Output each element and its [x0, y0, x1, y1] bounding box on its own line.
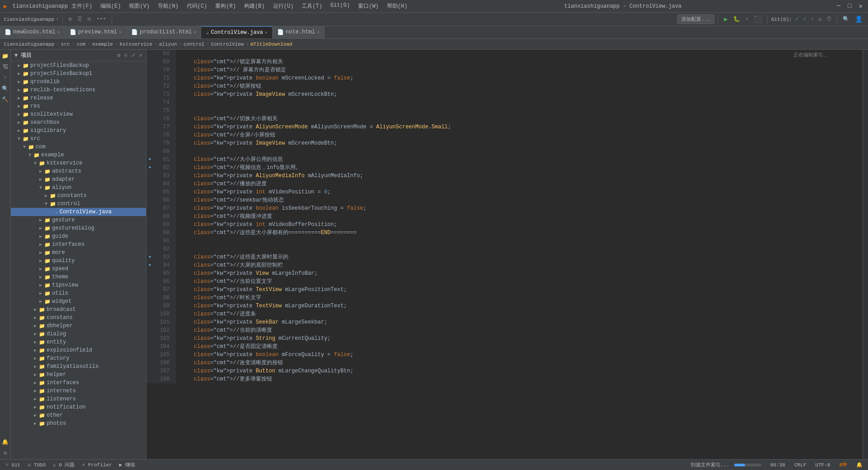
toolbar-icon-split[interactable]: ⊟ [86, 15, 93, 24]
fold-marker[interactable]: ● [146, 253, 154, 261]
tab-controlview-close[interactable]: ✕ [265, 30, 268, 35]
menu-tools[interactable]: 工具(T) [298, 1, 326, 11]
toolbar-icon-git-history[interactable]: ⏱ [825, 15, 833, 24]
sidebar-item-explosionfield[interactable]: ▶ 📁 explosionfield [11, 346, 146, 354]
breadcrumb-controlview[interactable]: ControlView [211, 42, 244, 47]
line-content[interactable]: class="kw">private Button mLargeChangeQu… [175, 367, 863, 375]
line-content[interactable]: class="cmt">//大小屏公用的信息 [175, 155, 863, 164]
status-crlf[interactable]: CRLF [793, 462, 808, 468]
status-todo[interactable]: ☑ TODO [26, 462, 47, 468]
breadcrumb-src[interactable]: src [61, 42, 70, 47]
line-content[interactable]: class="cmt">//锁屏按钮 [175, 82, 863, 90]
line-content[interactable]: class="cmt">//当前的清晰度 [175, 326, 863, 334]
sidebar-item-dbhelper[interactable]: ▶ 📁 dbhelper [11, 322, 146, 330]
toolbar-icon-search[interactable]: 🔍 [841, 15, 851, 24]
toolbar-icon-git-arrow[interactable]: ↑ [810, 15, 816, 24]
sidebar-item-gesturedialog[interactable]: ▶ 📁 gesturedialog [11, 224, 146, 232]
left-icon-settings2[interactable]: ⚙ [1, 448, 10, 457]
sidebar-item-aliyun[interactable]: ▼ 📁 aliyun [11, 183, 146, 192]
sidebar-item-constans[interactable]: ▶ 📁 constans [11, 314, 146, 322]
sidebar-item-searchbox[interactable]: ▶ 📁 searchbox [11, 118, 146, 127]
status-charset[interactable]: UTF-8 [813, 462, 832, 468]
sidebar-item-src[interactable]: ▼ 📁 src [11, 135, 146, 143]
left-icon-git[interactable]: ⑂ [1, 73, 10, 82]
sidebar-item-more[interactable]: ▶ 📁 more [11, 249, 146, 257]
line-content[interactable]: class="cmt">//全屏/小屏按钮 [175, 131, 863, 139]
editor-content[interactable]: 正在编制索引… 68 69 class="cmt">//锁定屏幕方向相关70 c… [146, 50, 863, 459]
sidebar-item-notification[interactable]: ▶ 📁 notification [11, 403, 146, 411]
line-content[interactable]: class="kw">private boolean mScreenLocked… [175, 74, 863, 82]
line-content[interactable]: class="kw">private TextView mLargePositi… [175, 286, 863, 294]
breadcrumb-control[interactable]: control [184, 42, 204, 47]
tab-newgoods-close[interactable]: ✕ [57, 29, 60, 35]
line-content[interactable]: class="cmt">//播放的进度 [175, 180, 863, 188]
menu-file[interactable]: 文件(F) [68, 1, 96, 11]
breadcrumb-app[interactable]: tianxiashiguanapp [4, 42, 54, 47]
toolbar-icon-run[interactable]: ▶ [722, 14, 729, 24]
sidebar-item-quality[interactable]: ▶ 📁 quality [11, 257, 146, 265]
sidebar-item-scolltextview[interactable]: ▶ 📁 scolltextview [11, 110, 146, 118]
sidebar-item-other[interactable]: ▶ 📁 other [11, 411, 146, 419]
line-content[interactable]: class="kw">private SeekBar mLargeSeekbar… [175, 318, 863, 326]
line-content[interactable]: class="cmt">//切换大小屏相关 [175, 115, 863, 123]
sidebar-item-theme[interactable]: ▶ 📁 theme [11, 273, 146, 281]
toolbar-icon-git-checkmark2[interactable]: ✓ [802, 15, 807, 24]
sidebar-item-control[interactable]: ▼ 📁 control [11, 200, 146, 208]
sidebar-item-dialog[interactable]: ▶ 📁 dialog [11, 330, 146, 338]
fold-marker[interactable]: ● [146, 261, 154, 269]
menu-view[interactable]: 视图(V) [125, 1, 153, 11]
sidebar-item-helper[interactable]: ▶ 📁 helper [11, 371, 146, 379]
tab-productlist-close[interactable]: ✕ [193, 29, 196, 35]
sidebar-icon-gear[interactable]: ⚙ [117, 52, 120, 59]
sidebar-item-projectfilesbackup[interactable]: ▶ 📁 projectFilesBackup [11, 61, 146, 70]
left-icon-notifications[interactable]: 🔔 [1, 437, 10, 446]
sidebar-item-reclib[interactable]: ▶ 📁 reclib-testemoticons [11, 86, 146, 94]
line-content[interactable]: class="kw">private boolean isSeekbarTouc… [175, 204, 863, 212]
breadcrumb-com[interactable]: com [76, 42, 85, 47]
sidebar-item-interfaces[interactable]: ▶ 📁 interfaces [11, 379, 146, 387]
line-content[interactable]: class="cmt">//是否固定清晰度 [175, 343, 863, 351]
toolbar-icon-more[interactable]: ••• [94, 15, 108, 24]
sidebar-item-gesture[interactable]: ▶ 📁 gesture [11, 216, 146, 224]
line-content[interactable]: class="cmt">//视频信息，info显示用。 [175, 164, 863, 172]
sidebar-item-tipsview[interactable]: ▶ 📁 tipsview [11, 281, 146, 289]
tab-note-close[interactable]: ✕ [317, 29, 320, 35]
line-content[interactable]: class="kw">private View mLargeInfoBar; [175, 269, 863, 277]
minimize-button[interactable]: ─ [835, 2, 842, 10]
line-content[interactable] [175, 147, 863, 155]
status-git[interactable]: ⑂ Git [4, 462, 22, 468]
menu-build[interactable]: 构建(B) [241, 1, 269, 11]
line-content[interactable]: class="kw">private int mVideoBufferPosit… [175, 221, 863, 229]
sidebar-item-guide[interactable]: ▶ 📁 guide [11, 232, 146, 240]
toolbar-icon-git-checkmark[interactable]: ✓ [794, 15, 800, 24]
line-content[interactable]: class="cmt">//这些是大小屏都有的==========END====… [175, 229, 863, 237]
line-content[interactable]: class="kw">private boolean mForceQuality… [175, 351, 863, 359]
sidebar-icon-list[interactable]: ≡ [124, 52, 127, 59]
sidebar-item-com[interactable]: ▼ 📁 com [11, 143, 146, 151]
sidebar-item-kstxservice[interactable]: ▼ 📁 kstxservice [11, 159, 146, 167]
sidebar-item-speed[interactable]: ▶ 📁 speed [11, 265, 146, 273]
sidebar-item-signlibrary[interactable]: ▶ 📁 signlibrary [11, 127, 146, 135]
line-content[interactable]: class="cmt">//seekbar拖动状态 [175, 196, 863, 204]
line-content[interactable]: class="cmt">//更多弹窗按钮 [175, 375, 863, 383]
menu-run[interactable]: 运行(U) [269, 1, 297, 11]
toolbar-icon-settings[interactable]: ⚙ [66, 15, 73, 24]
sidebar-item-release[interactable]: ▶ 📁 release [11, 94, 146, 102]
fold-marker[interactable]: ● [146, 164, 154, 172]
left-icon-search[interactable]: 🔍 [1, 84, 10, 93]
menu-edit[interactable]: 编辑(E) [97, 1, 125, 11]
status-line-col[interactable]: 66:38 [769, 462, 787, 468]
sidebar-item-factory[interactable]: ▶ 📁 factory [11, 354, 146, 362]
line-content[interactable]: class="kw">private String mCurrentQualit… [175, 334, 863, 343]
sidebar-item-example[interactable]: ▼ 📁 example [11, 151, 146, 159]
line-content[interactable] [175, 99, 863, 107]
line-content[interactable]: class="kw">private ImageView mScreenMode… [175, 139, 863, 147]
toolbar-icon-list[interactable]: ☰ [75, 15, 84, 24]
line-content[interactable]: class="cmt">//改变清晰度的按钮 [175, 359, 863, 367]
menu-git[interactable]: Git(G) [327, 1, 354, 11]
line-content[interactable]: class="cmt">//锁定屏幕方向相关 [175, 58, 863, 66]
toolbar-icon-git-refresh[interactable]: ↻ [817, 15, 823, 24]
left-icon-build[interactable]: 🔨 [1, 95, 10, 104]
status-profiler[interactable]: ⚡ Profiler [80, 462, 114, 468]
menu-window[interactable]: 窗口(W) [354, 1, 382, 11]
